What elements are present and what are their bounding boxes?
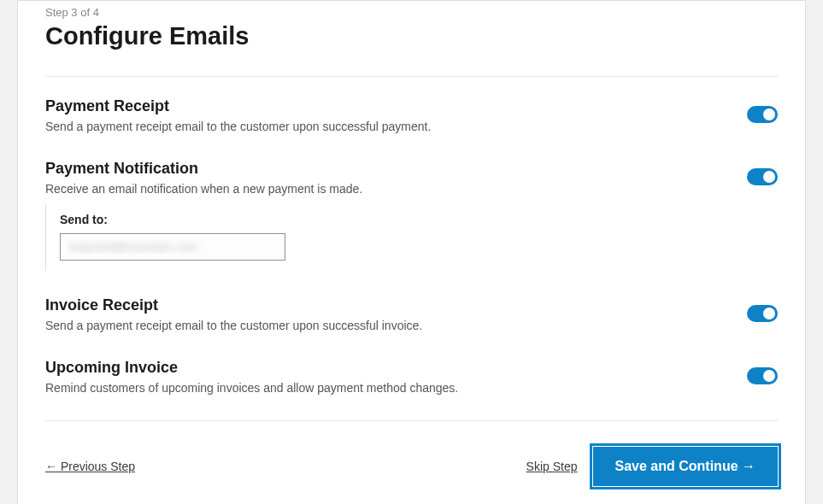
toggle-payment-notification[interactable] — [747, 168, 778, 185]
previous-step-link[interactable]: ← Previous Step — [45, 460, 135, 473]
config-card: Step 3 of 4 Configure Emails Payment Rec… — [17, 0, 806, 504]
divider — [45, 76, 778, 77]
setting-desc: Send a payment receipt email to the cust… — [45, 318, 730, 335]
setting-title: Upcoming Invoice — [45, 359, 730, 377]
setting-desc: Remind customers of upcoming invoices an… — [45, 380, 730, 397]
toggle-payment-receipt[interactable] — [747, 106, 778, 123]
toggle-knob-icon — [763, 308, 775, 319]
setting-desc: Receive an email notification when a new… — [45, 181, 730, 198]
toggle-knob-icon — [763, 171, 775, 183]
setting-payment-notification: Payment Notification Receive an email no… — [45, 160, 778, 198]
footer: ← Previous Step Skip Step Save and Conti… — [45, 447, 778, 486]
setting-title: Payment Notification — [45, 160, 730, 178]
step-indicator: Step 3 of 4 — [45, 1, 778, 19]
toggle-invoice-receipt[interactable] — [747, 305, 778, 322]
send-to-input[interactable] — [60, 233, 285, 261]
setting-title: Payment Receipt — [45, 97, 730, 115]
toggle-upcoming-invoice[interactable] — [747, 367, 778, 384]
setting-upcoming-invoice: Upcoming Invoice Remind customers of upc… — [45, 359, 778, 397]
send-to-label: Send to: — [60, 213, 764, 226]
save-continue-button[interactable]: Save and Continue → — [593, 447, 778, 486]
page-title: Configure Emails — [45, 22, 778, 50]
setting-payment-receipt: Payment Receipt Send a payment receipt e… — [45, 97, 778, 136]
toggle-knob-icon — [763, 108, 775, 120]
skip-step-link[interactable]: Skip Step — [526, 460, 578, 473]
divider — [45, 420, 778, 421]
send-to-panel: Send to: — [45, 204, 778, 271]
setting-title: Invoice Receipt — [45, 296, 730, 314]
setting-invoice-receipt: Invoice Receipt Send a payment receipt e… — [45, 296, 778, 335]
toggle-knob-icon — [763, 370, 775, 382]
setting-desc: Send a payment receipt email to the cust… — [45, 119, 730, 136]
